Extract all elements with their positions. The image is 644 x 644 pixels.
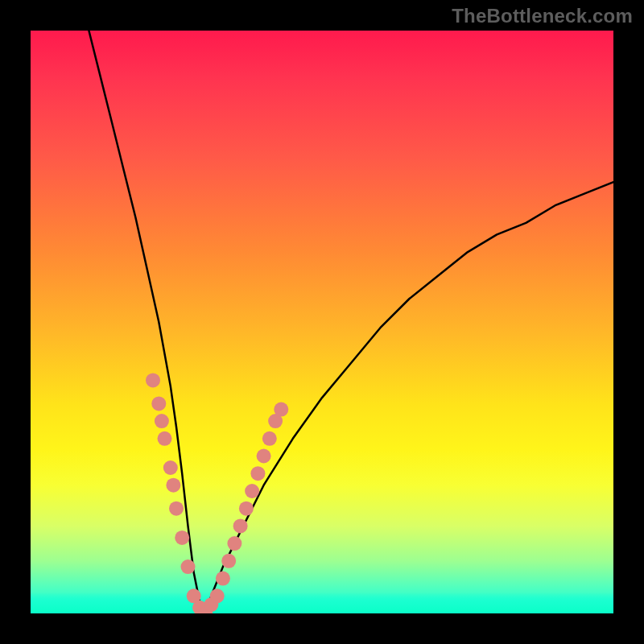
watermark-text: TheBottleneck.com xyxy=(452,5,633,27)
marker-dot xyxy=(274,402,288,417)
marker-dot xyxy=(166,478,180,493)
marker-dot xyxy=(216,572,230,586)
chart-svg xyxy=(31,31,613,613)
marker-dot xyxy=(262,431,277,446)
marker-dot xyxy=(245,484,259,498)
marker-dot xyxy=(239,502,254,516)
marker-dot xyxy=(146,373,160,387)
marker-dot xyxy=(221,554,236,568)
marker-dot xyxy=(210,588,225,603)
marker-dot xyxy=(151,396,166,411)
marker-dot xyxy=(181,559,196,574)
marker-dot xyxy=(233,518,248,533)
marker-dot xyxy=(169,502,184,516)
marker-dot xyxy=(175,530,189,545)
marker-dot xyxy=(227,536,242,551)
marker-dot xyxy=(158,431,172,446)
curve-markers xyxy=(146,373,288,613)
plot-area xyxy=(31,31,613,613)
marker-dot xyxy=(257,449,271,464)
marker-dot xyxy=(250,466,265,481)
bottleneck-curve xyxy=(89,31,613,613)
chart-frame: TheBottleneck.com xyxy=(0,0,644,644)
marker-dot xyxy=(163,460,178,475)
marker-dot xyxy=(155,414,169,428)
